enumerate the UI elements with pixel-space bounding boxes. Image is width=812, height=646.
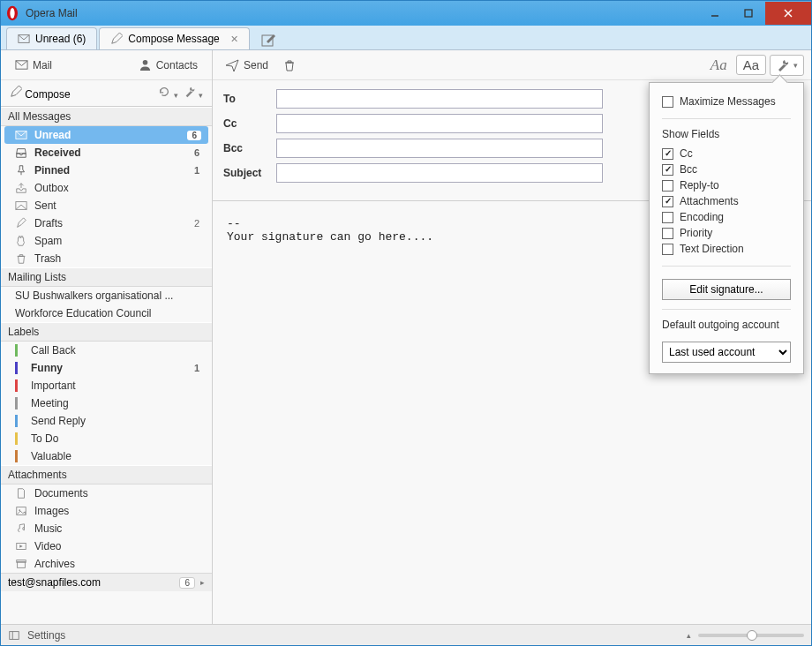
checkbox-label: Cc bbox=[680, 147, 693, 160]
attachment-video[interactable]: Video bbox=[1, 537, 212, 555]
svg-rect-3 bbox=[745, 10, 752, 17]
font-serif-button[interactable]: Aa bbox=[705, 55, 733, 76]
send-button[interactable]: Send bbox=[220, 55, 274, 76]
tab-close-icon[interactable]: ✕ bbox=[230, 34, 238, 45]
section-mailing-lists[interactable]: Mailing Lists bbox=[1, 267, 212, 287]
panel-toggle-icon[interactable] bbox=[8, 629, 20, 642]
checkbox-icon bbox=[662, 212, 673, 223]
show-priority-checkbox[interactable]: Priority bbox=[662, 225, 791, 241]
compose-button[interactable]: Compose bbox=[10, 86, 71, 101]
opera-logo-icon bbox=[4, 5, 20, 21]
minimize-button[interactable] bbox=[698, 2, 732, 25]
folder-pinned[interactable]: Pinned 1 bbox=[1, 162, 212, 179]
folder-trash[interactable]: Trash bbox=[1, 250, 212, 267]
bcc-input[interactable] bbox=[276, 139, 603, 158]
tab-unread[interactable]: Unread (6) bbox=[6, 27, 97, 49]
image-icon bbox=[15, 505, 27, 517]
checkbox-label: Maximize Messages bbox=[680, 95, 776, 108]
trash-icon bbox=[15, 252, 27, 265]
zoom-slider[interactable] bbox=[698, 634, 804, 637]
maximize-messages-checkbox[interactable]: Maximize Messages bbox=[662, 94, 791, 109]
default-account-select[interactable]: Last used account bbox=[662, 342, 791, 363]
attachment-archives[interactable]: Archives bbox=[1, 555, 212, 573]
font-sans-button[interactable]: Aa bbox=[736, 55, 766, 75]
attachment-music[interactable]: Music bbox=[1, 520, 212, 537]
checkbox-icon bbox=[662, 164, 673, 176]
label-important[interactable]: Important bbox=[1, 377, 212, 394]
to-input[interactable] bbox=[276, 89, 603, 109]
show-bcc-checkbox[interactable]: Bcc bbox=[662, 162, 791, 177]
section-labels[interactable]: Labels bbox=[1, 322, 212, 342]
mail-label: Mail bbox=[33, 59, 52, 71]
label-todo[interactable]: To Do bbox=[1, 430, 212, 447]
new-compose-button[interactable] bbox=[257, 30, 280, 49]
folder-drafts[interactable]: Drafts 2 bbox=[1, 214, 212, 232]
music-icon bbox=[15, 522, 27, 535]
label-color-icon bbox=[15, 379, 24, 392]
label-text: Call Back bbox=[31, 344, 205, 357]
mailing-list-item[interactable]: SU Bushwalkers organisational ... bbox=[1, 287, 212, 304]
close-button[interactable] bbox=[765, 2, 811, 25]
pin-icon bbox=[15, 164, 27, 177]
section-all-messages[interactable]: All Messages bbox=[1, 107, 212, 126]
account-row[interactable]: test@snapfiles.com 6 ▸ bbox=[1, 573, 212, 591]
titlebar[interactable]: Opera Mail bbox=[1, 1, 811, 26]
compose-settings-dropdown: Maximize Messages Show Fields Cc Bcc Rep… bbox=[649, 82, 804, 374]
contacts-label: Contacts bbox=[156, 59, 198, 71]
hand-icon bbox=[15, 235, 27, 247]
mail-button[interactable]: Mail bbox=[10, 55, 57, 75]
checkbox-icon bbox=[662, 228, 673, 239]
folder-outbox[interactable]: Outbox bbox=[1, 179, 212, 197]
label-sendreply[interactable]: Send Reply bbox=[1, 412, 212, 430]
settings-label[interactable]: Settings bbox=[27, 629, 65, 642]
statusbar: Settings ▴ bbox=[1, 624, 811, 645]
compose-pane: Send Aa Aa ▾ To bbox=[213, 50, 811, 624]
delete-button[interactable] bbox=[277, 55, 302, 76]
refresh-button[interactable]: ▾ bbox=[158, 86, 177, 101]
folder-sent[interactable]: Sent bbox=[1, 197, 212, 214]
cc-input[interactable] bbox=[276, 114, 603, 133]
draft-icon bbox=[15, 217, 27, 229]
dropdown-arrow-icon: ▾ bbox=[793, 61, 798, 70]
label-text: Send Reply bbox=[31, 415, 205, 427]
label-valuable[interactable]: Valuable bbox=[1, 447, 212, 465]
contacts-button[interactable]: Contacts bbox=[133, 55, 203, 75]
folder-label: Pinned bbox=[34, 164, 187, 177]
tab-compose[interactable]: Compose Message ✕ bbox=[99, 27, 249, 49]
show-cc-checkbox[interactable]: Cc bbox=[662, 146, 791, 162]
attachment-images[interactable]: Images bbox=[1, 502, 212, 520]
attachment-documents[interactable]: Documents bbox=[1, 484, 212, 502]
folder-spam[interactable]: Spam bbox=[1, 232, 212, 250]
edit-signature-button[interactable]: Edit signature... bbox=[662, 279, 791, 300]
wrench-icon bbox=[776, 58, 790, 72]
send-label: Send bbox=[244, 59, 268, 71]
section-attachments[interactable]: Attachments bbox=[1, 465, 212, 484]
settings-wrench-button[interactable]: ▾ bbox=[184, 86, 203, 101]
folder-unread[interactable]: Unread 6 bbox=[4, 126, 208, 144]
label-color-icon bbox=[15, 344, 24, 357]
mailing-list-item[interactable]: Workforce Education Council bbox=[1, 304, 212, 322]
label-color-icon bbox=[15, 415, 24, 427]
sidebar-compose-bar: Compose ▾ ▾ bbox=[1, 80, 212, 107]
show-replyto-checkbox[interactable]: Reply-to bbox=[662, 177, 791, 193]
slider-thumb[interactable] bbox=[747, 630, 757, 641]
label-funny[interactable]: Funny1 bbox=[1, 359, 212, 377]
label-meeting[interactable]: Meeting bbox=[1, 394, 212, 412]
pencil-icon bbox=[110, 33, 123, 45]
label-callback[interactable]: Call Back bbox=[1, 342, 212, 359]
subject-label: Subject bbox=[223, 167, 267, 179]
folder-label: Drafts bbox=[34, 217, 187, 229]
label-text: Valuable bbox=[31, 450, 205, 462]
maximize-button[interactable] bbox=[732, 2, 765, 25]
folder-received[interactable]: Received 6 bbox=[1, 144, 212, 162]
label-text: Funny bbox=[31, 362, 187, 374]
svg-point-1 bbox=[10, 8, 14, 19]
up-arrow-icon[interactable]: ▴ bbox=[687, 631, 691, 640]
subject-input[interactable] bbox=[276, 163, 603, 183]
compose-settings-button[interactable]: ▾ bbox=[770, 55, 804, 76]
outbox-icon bbox=[15, 182, 27, 194]
attachment-label: Archives bbox=[34, 558, 205, 570]
show-encoding-checkbox[interactable]: Encoding bbox=[662, 209, 791, 225]
show-attachments-checkbox[interactable]: Attachments bbox=[662, 193, 791, 209]
show-textdirection-checkbox[interactable]: Text Direction bbox=[662, 241, 791, 257]
